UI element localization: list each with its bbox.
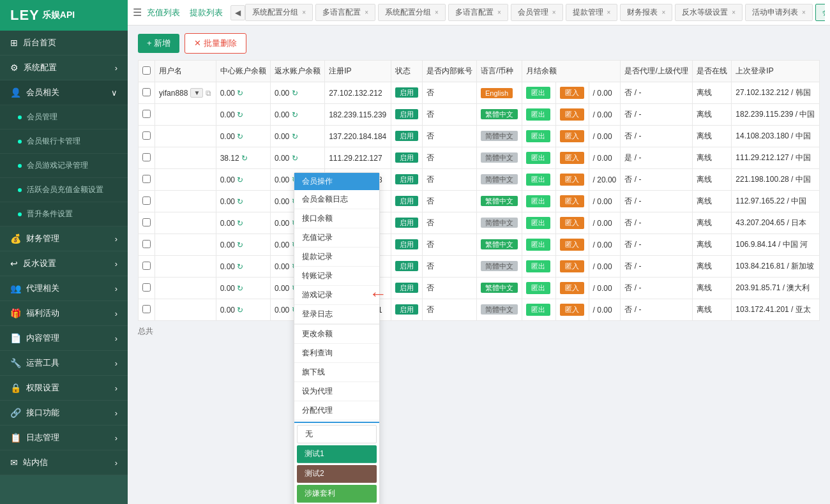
sidebar-item-permission[interactable]: 🔒 权限设置 › bbox=[0, 376, 128, 401]
match-in-button[interactable]: 匿入 bbox=[560, 87, 584, 99]
match-out-button[interactable]: 匿出 bbox=[526, 260, 550, 272]
sidebar-item-member-mgmt[interactable]: 会员管理 bbox=[0, 105, 128, 130]
user-dropdown-button[interactable]: ▼ bbox=[190, 88, 203, 98]
refresh-balance-icon[interactable]: ↻ bbox=[237, 89, 243, 98]
match-in-button[interactable]: 匿入 bbox=[560, 282, 584, 294]
select-all-checkbox[interactable] bbox=[142, 66, 151, 75]
add-button[interactable]: + 新增 bbox=[138, 34, 179, 53]
tab-system-config1[interactable]: 系统配置分组 × bbox=[245, 4, 313, 21]
sidebar-item-member-bank[interactable]: 会员银行卡管理 bbox=[0, 130, 128, 154]
refresh-icon[interactable]: ↻ bbox=[237, 197, 243, 206]
row-select-checkbox[interactable] bbox=[142, 110, 151, 118]
sidebar-item-dashboard[interactable]: ⊞ 后台首页 bbox=[0, 31, 128, 56]
dropdown-item-arbitrage-query[interactable]: 套利查询 bbox=[294, 344, 379, 363]
sidebar-item-agent[interactable]: 👥 代理相关 › bbox=[0, 276, 128, 301]
sidebar-item-system-config[interactable]: ⚙ 系统配置 › bbox=[0, 56, 128, 80]
tab-close-icon[interactable]: × bbox=[302, 9, 306, 16]
dropdown-item-interface-balance[interactable]: 接口余额 bbox=[294, 209, 379, 228]
row-select-checkbox[interactable] bbox=[142, 196, 151, 205]
match-out-button[interactable]: 匿出 bbox=[526, 195, 550, 207]
match-in-button[interactable]: 匿入 bbox=[560, 152, 584, 164]
dropdown-label-test1[interactable]: 测试1 bbox=[297, 445, 377, 463]
tab-close-icon[interactable]: × bbox=[497, 9, 501, 16]
refresh-icon[interactable]: ↻ bbox=[237, 132, 243, 141]
match-in-button[interactable]: 匿入 bbox=[560, 108, 584, 121]
dropdown-item-transfer-records[interactable]: 转账记录 bbox=[294, 267, 379, 286]
refresh-icon[interactable]: ↻ bbox=[237, 110, 243, 119]
row-select-checkbox[interactable] bbox=[142, 283, 151, 292]
match-out-button[interactable]: 匿出 bbox=[526, 217, 550, 229]
tab-member-mgmt[interactable]: 会员管理 × bbox=[511, 4, 563, 21]
refresh-icon[interactable]: ↻ bbox=[237, 219, 243, 228]
tab-close-icon[interactable]: × bbox=[732, 9, 736, 16]
sidebar-item-member[interactable]: 👤 会员相关 ∨ bbox=[0, 80, 128, 105]
match-out-button[interactable]: 匿出 bbox=[526, 304, 550, 316]
dropdown-item-subordinates[interactable]: 旗下线 bbox=[294, 363, 379, 382]
refresh-icon[interactable]: ↻ bbox=[237, 241, 243, 249]
dropdown-item-login-log[interactable]: 登录日志 bbox=[294, 305, 379, 324]
sidebar-item-logs[interactable]: 📋 日志管理 › bbox=[0, 426, 128, 450]
row-select-checkbox[interactable] bbox=[142, 305, 151, 313]
dropdown-item-balance-log[interactable]: 会员金额日志 bbox=[294, 190, 379, 209]
match-in-button[interactable]: 匿入 bbox=[560, 239, 584, 251]
match-in-button[interactable]: 匿入 bbox=[560, 174, 584, 186]
sidebar-item-member-upgrade[interactable]: 晋升条件设置 bbox=[0, 202, 128, 226]
tab-close-icon[interactable]: × bbox=[552, 9, 556, 16]
match-in-button[interactable]: 匿入 bbox=[560, 260, 584, 272]
batch-delete-button[interactable]: ✕ 批量删除 bbox=[185, 33, 246, 54]
sidebar-item-welfare[interactable]: 🎁 福利活动 › bbox=[0, 301, 128, 326]
match-out-button[interactable]: 匿出 bbox=[526, 174, 550, 186]
row-select-checkbox[interactable] bbox=[142, 175, 151, 183]
dropdown-label-none[interactable]: 无 bbox=[297, 425, 377, 443]
match-in-button[interactable]: 匿入 bbox=[560, 217, 584, 229]
match-in-button[interactable]: 匿入 bbox=[560, 195, 584, 207]
refresh-icon[interactable]: ↻ bbox=[237, 306, 243, 315]
row-select-checkbox[interactable] bbox=[142, 262, 151, 270]
match-in-button[interactable]: 匿入 bbox=[560, 130, 584, 142]
row-select-checkbox[interactable] bbox=[142, 153, 151, 161]
tab-close-icon[interactable]: × bbox=[435, 9, 439, 16]
sidebar-item-finance[interactable]: 💰 财务管理 › bbox=[0, 226, 128, 251]
dropdown-item-withdraw-records[interactable]: 提款记录 bbox=[294, 248, 379, 267]
hamburger-button[interactable]: ☰ bbox=[133, 6, 142, 19]
sidebar-item-ops[interactable]: 🔧 运营工具 › bbox=[0, 351, 128, 376]
tab-close-icon[interactable]: × bbox=[365, 9, 368, 16]
tab-close-icon[interactable]: × bbox=[607, 9, 611, 16]
dropdown-item-game-records[interactable]: 游戏记录 bbox=[294, 286, 379, 305]
tab-rebate-level[interactable]: 反水等级设置 × bbox=[675, 4, 743, 21]
tab-activity-list[interactable]: 活动申请列表 × bbox=[745, 4, 813, 21]
match-out-button[interactable]: 匿出 bbox=[526, 108, 550, 121]
refresh-icon[interactable]: ↻ bbox=[237, 175, 243, 184]
sidebar-item-interface[interactable]: 🔗 接口功能 › bbox=[0, 401, 128, 426]
tab-close-icon[interactable]: × bbox=[661, 9, 665, 16]
sidebar-item-member-activity[interactable]: 活跃会员充值金额设置 bbox=[0, 178, 128, 202]
match-out-button[interactable]: 匿出 bbox=[526, 130, 550, 142]
quick-link-recharge[interactable]: 充值列表 bbox=[147, 8, 180, 17]
tab-withdraw-mgmt[interactable]: 提款管理 × bbox=[566, 4, 618, 21]
row-select-checkbox[interactable] bbox=[142, 218, 151, 226]
match-out-button[interactable]: 匿出 bbox=[526, 282, 550, 294]
sidebar-item-member-game[interactable]: 会员游戏记录管理 bbox=[0, 154, 128, 178]
sidebar-item-rebate[interactable]: ↩ 反水设置 › bbox=[0, 251, 128, 276]
refresh-icon[interactable]: ↻ bbox=[292, 132, 298, 141]
copy-username-button[interactable]: ⧉ bbox=[206, 89, 211, 98]
sidebar-item-inbox[interactable]: ✉ 站内信 › bbox=[0, 450, 128, 475]
quick-link-withdraw[interactable]: 提款列表 bbox=[190, 8, 223, 17]
tab-multilang2[interactable]: 多语言配置 × bbox=[448, 4, 508, 21]
match-out-button[interactable]: 匿出 bbox=[526, 152, 550, 164]
refresh-icon[interactable]: ↻ bbox=[292, 154, 298, 163]
refresh-rebate-icon[interactable]: ↻ bbox=[292, 89, 298, 98]
row-select-checkbox[interactable] bbox=[142, 88, 151, 96]
tab-finance-report[interactable]: 财务报表 × bbox=[620, 4, 672, 21]
refresh-icon[interactable]: ↻ bbox=[237, 284, 243, 293]
tab-multilang1[interactable]: 多语言配置 × bbox=[315, 4, 375, 21]
dropdown-item-set-agent[interactable]: 设为代理 bbox=[294, 382, 379, 401]
row-select-checkbox[interactable] bbox=[142, 131, 151, 140]
row-select-checkbox[interactable] bbox=[142, 240, 151, 248]
dropdown-item-change-balance[interactable]: 更改余额 bbox=[294, 325, 379, 344]
refresh-icon[interactable]: ↻ bbox=[241, 154, 248, 163]
tab-close-icon[interactable]: × bbox=[802, 9, 806, 16]
tab-system-config2[interactable]: 系统配置分组 × bbox=[378, 4, 446, 21]
tab-nav-left[interactable]: ◀ bbox=[230, 5, 245, 20]
refresh-icon[interactable]: ↻ bbox=[292, 110, 298, 119]
